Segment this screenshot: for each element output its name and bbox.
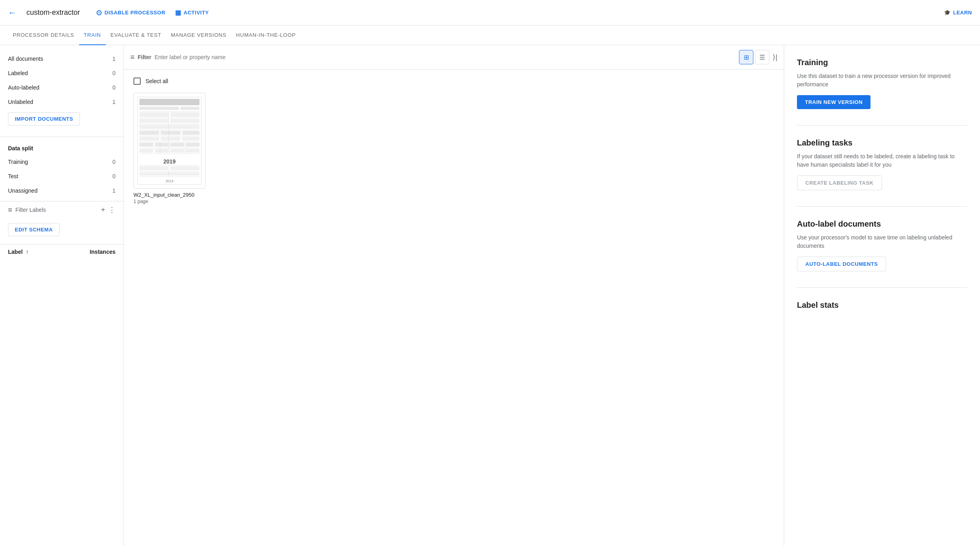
panel-divider-3 (797, 287, 967, 288)
svg-rect-26 (155, 149, 169, 153)
sidebar-item-test[interactable]: Test 0 (0, 169, 123, 183)
select-all-checkbox[interactable] (133, 78, 141, 85)
filter-more-button[interactable]: ⋮ (108, 205, 116, 214)
label-col-header: Label ↑ (8, 249, 28, 255)
tab-human-in-the-loop[interactable]: HUMAN-IN-THE-LOOP (231, 26, 301, 45)
svg-rect-28 (185, 149, 199, 153)
svg-rect-25 (139, 149, 153, 153)
top-header: ← custom-extractor ⊙ DISABLE PROCESSOR ▦… (0, 0, 980, 26)
svg-rect-27 (170, 149, 184, 153)
app-title: custom-extractor (26, 8, 80, 17)
edit-schema-button[interactable]: EDIT SCHEMA (8, 223, 60, 236)
learn-icon: 🎓 (944, 10, 951, 16)
grid-view-button[interactable]: ⊞ (739, 50, 753, 64)
list-view-button[interactable]: ☰ (755, 50, 769, 64)
activity-button[interactable]: ▦ ACTIVITY (175, 9, 209, 16)
svg-rect-4 (139, 112, 169, 117)
activity-icon: ▦ (175, 9, 181, 16)
label-stats-title: Label stats (797, 301, 967, 310)
svg-rect-21 (155, 143, 169, 147)
list-view-icon: ☰ (759, 54, 765, 61)
main-layout: All documents 1 Labeled 0 Auto-labeled 0… (0, 45, 980, 546)
svg-rect-5 (170, 112, 199, 117)
document-thumbnail[interactable]: 2019 2019 (133, 93, 205, 189)
disable-processor-button[interactable]: ⊙ DISABLE PROCESSOR (96, 8, 165, 17)
disable-icon: ⊙ (96, 8, 102, 17)
filter-bar-label: Filter (138, 54, 151, 60)
svg-rect-16 (139, 137, 159, 141)
svg-rect-8 (170, 119, 199, 123)
document-pages: 1 page (133, 199, 205, 204)
import-documents-button[interactable]: IMPORT DOCUMENTS (8, 112, 80, 126)
auto-label-documents-button[interactable]: AUTO-LABEL DOCUMENTS (797, 257, 886, 271)
svg-rect-33 (170, 166, 199, 170)
training-description: Use this dataset to train a new processo… (797, 72, 967, 89)
data-split-title: Data split (0, 142, 123, 155)
filter-row: ≡ Filter Labels + ⋮ (0, 201, 123, 218)
svg-rect-0 (139, 99, 199, 105)
svg-rect-12 (139, 131, 159, 135)
panel-divider-1 (797, 125, 967, 126)
sidebar-item-unlabeled[interactable]: Unlabeled 1 (0, 95, 123, 109)
document-name: W2_XL_input_clean_2950 (133, 192, 205, 198)
select-all-row: Select all (133, 78, 774, 85)
svg-rect-17 (161, 137, 180, 141)
sidebar-item-training[interactable]: Training 0 (0, 155, 123, 169)
tab-manage-versions[interactable]: MANAGE VERSIONS (166, 26, 231, 45)
instances-col-header: Instances (90, 249, 116, 255)
svg-rect-14 (182, 131, 199, 135)
label-stats-section: Label stats (797, 301, 967, 310)
labeling-tasks-description: If your dataset still needs to be labele… (797, 152, 967, 169)
train-new-version-button[interactable]: TRAIN NEW VERSION (797, 95, 870, 109)
filter-input[interactable] (155, 54, 736, 60)
labeling-tasks-title: Labeling tasks (797, 138, 967, 147)
svg-rect-13 (161, 131, 180, 135)
auto-label-title: Auto-label documents (797, 219, 967, 229)
svg-rect-1 (139, 107, 179, 110)
back-icon: ← (8, 8, 17, 18)
document-categories: All documents 1 Labeled 0 Auto-labeled 0… (0, 52, 123, 109)
w2-document-preview: 2019 2019 (137, 97, 201, 185)
header-actions: ⊙ DISABLE PROCESSOR ▦ ACTIVITY (96, 8, 934, 17)
svg-text:2019: 2019 (163, 158, 176, 165)
divider (0, 137, 123, 137)
grid-view-icon: ⊞ (744, 54, 749, 61)
tabs-bar: PROCESSOR DETAILS TRAIN EVALUATE & TEST … (0, 26, 980, 45)
svg-rect-22 (170, 143, 184, 147)
training-title: Training (797, 58, 967, 67)
sidebar-item-unassigned[interactable]: Unassigned 1 (0, 183, 123, 198)
filter-bar-icon: ≡ (130, 53, 135, 62)
tab-train[interactable]: TRAIN (79, 26, 106, 45)
svg-rect-2 (181, 107, 199, 110)
label-header: Label ↑ Instances (0, 244, 123, 259)
auto-label-section: Auto-label documents Use your processor'… (797, 219, 967, 271)
svg-rect-18 (182, 137, 199, 141)
svg-rect-35 (139, 172, 199, 175)
svg-rect-32 (139, 166, 169, 170)
filter-label: Filter Labels (16, 207, 98, 213)
collapse-panel-button[interactable]: ⟩| (773, 53, 777, 62)
sort-icon: ↑ (26, 249, 28, 255)
back-button[interactable]: ← (8, 8, 17, 18)
labeling-tasks-section: Labeling tasks If your dataset still nee… (797, 138, 967, 190)
tab-processor-details[interactable]: PROCESSOR DETAILS (8, 26, 79, 45)
document-grid: 2019 2019 (133, 93, 774, 204)
svg-rect-20 (139, 143, 153, 147)
right-panel: Training Use this dataset to train a new… (784, 45, 980, 546)
training-section: Training Use this dataset to train a new… (797, 58, 967, 109)
filter-icon: ≡ (8, 206, 12, 214)
left-sidebar: All documents 1 Labeled 0 Auto-labeled 0… (0, 45, 124, 546)
sidebar-item-auto-labeled[interactable]: Auto-labeled 0 (0, 80, 123, 95)
sidebar-item-all-documents[interactable]: All documents 1 (0, 52, 123, 66)
tab-evaluate-test[interactable]: EVALUATE & TEST (106, 26, 166, 45)
document-card[interactable]: 2019 2019 (133, 93, 205, 204)
document-grid-area: Select all (124, 70, 784, 212)
auto-label-description: Use your processor's model to save time … (797, 233, 967, 250)
learn-button[interactable]: 🎓 LEARN (944, 10, 972, 16)
view-toggle-buttons: ⊞ ☰ (739, 50, 769, 64)
filter-add-button[interactable]: + (101, 206, 105, 214)
svg-rect-10 (139, 125, 199, 129)
svg-rect-7 (139, 119, 169, 123)
create-labeling-task-button: CREATE LABELING TASK (797, 175, 882, 190)
sidebar-item-labeled[interactable]: Labeled 0 (0, 66, 123, 80)
